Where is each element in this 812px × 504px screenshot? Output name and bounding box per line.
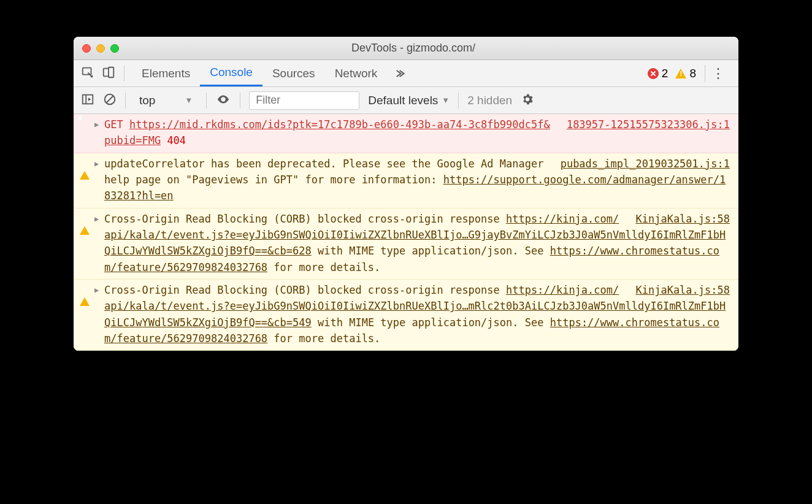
error-icon	[648, 68, 659, 79]
titlebar: DevTools - gizmodo.com/	[74, 37, 738, 60]
expand-arrow-icon[interactable]: ▶	[94, 156, 104, 204]
console-message: ▶183957-12515575323306.js:1GET https://m…	[74, 114, 738, 153]
message-text: KinjaKala.js:58Cross-Origin Read Blockin…	[104, 282, 736, 346]
minimize-button[interactable]	[96, 44, 105, 53]
console-toolbar: top ▼ Default levels ▼ 2 hidden	[74, 87, 738, 114]
expand-arrow-icon[interactable]: ▶	[94, 116, 104, 149]
console-settings-icon[interactable]	[521, 93, 534, 109]
tab-console[interactable]: Console	[200, 60, 262, 86]
tab-elements[interactable]: Elements	[132, 60, 200, 86]
close-button[interactable]	[82, 44, 91, 53]
svg-rect-2	[109, 67, 113, 77]
hidden-messages-count[interactable]: 2 hidden	[467, 94, 512, 107]
log-level-selector[interactable]: Default levels ▼	[368, 94, 450, 107]
devtools-window: DevTools - gizmodo.com/ Elements Console…	[74, 37, 738, 351]
warning-count: 8	[689, 67, 696, 80]
message-text: KinjaKala.js:58Cross-Origin Read Blockin…	[104, 211, 736, 275]
toggle-sidebar-icon[interactable]	[81, 93, 94, 109]
warning-icon	[80, 156, 94, 204]
console-message: ▶pubads_impl_2019032501.js:1updateCorrel…	[74, 153, 738, 208]
svg-point-7	[222, 98, 224, 101]
source-link[interactable]: pubads_impl_2019032501.js:1	[561, 158, 730, 170]
panel-tabs: Elements Console Sources Network	[132, 60, 412, 86]
tab-network[interactable]: Network	[325, 60, 388, 86]
chevron-down-icon: ▼	[185, 96, 193, 105]
level-label: Default levels	[368, 94, 438, 107]
source-link[interactable]: KinjaKala.js:58	[635, 284, 730, 296]
console-message: ▶KinjaKala.js:58Cross-Origin Read Blocki…	[74, 208, 738, 280]
expand-arrow-icon[interactable]: ▶	[94, 282, 104, 346]
source-link[interactable]: 183957-12515575323306.js:1	[567, 118, 730, 131]
svg-rect-3	[83, 94, 93, 104]
svg-line-6	[107, 96, 113, 102]
warning-icon	[80, 211, 94, 275]
more-tabs-button[interactable]	[387, 60, 412, 86]
chevron-down-icon: ▼	[442, 96, 450, 105]
source-link[interactable]: KinjaKala.js:58	[635, 213, 730, 225]
error-count-badge[interactable]: 2	[648, 67, 668, 80]
message-text: 183957-12515575323306.js:1GET https://mi…	[104, 116, 736, 149]
tabbar: Elements Console Sources Network 2 8 ⋮	[74, 60, 738, 87]
window-title: DevTools - gizmodo.com/	[128, 42, 699, 55]
context-selector[interactable]: top ▼	[134, 94, 197, 107]
console-log-area: ▶183957-12515575323306.js:1GET https://m…	[74, 114, 738, 351]
error-icon	[80, 116, 94, 149]
device-toolbar-icon[interactable]	[102, 66, 115, 82]
warning-icon	[80, 282, 94, 346]
svg-rect-0	[83, 67, 91, 74]
context-value: top	[139, 94, 155, 107]
error-count: 2	[662, 67, 668, 80]
warning-icon	[675, 69, 686, 78]
console-message: ▶KinjaKala.js:58Cross-Origin Read Blocki…	[74, 280, 738, 351]
tab-sources[interactable]: Sources	[262, 60, 325, 86]
expand-arrow-icon[interactable]: ▶	[94, 211, 104, 275]
settings-menu-button[interactable]: ⋮	[705, 65, 731, 82]
live-expression-icon[interactable]	[215, 93, 231, 109]
filter-input[interactable]	[249, 91, 359, 110]
clear-console-icon[interactable]	[103, 93, 117, 109]
inspect-element-icon[interactable]	[81, 66, 94, 82]
issue-badges: 2 8	[648, 67, 696, 80]
traffic-lights	[82, 44, 119, 53]
warning-count-badge[interactable]: 8	[675, 67, 696, 80]
message-text: pubads_impl_2019032501.js:1updateCorrela…	[104, 156, 736, 204]
zoom-button[interactable]	[110, 44, 119, 53]
